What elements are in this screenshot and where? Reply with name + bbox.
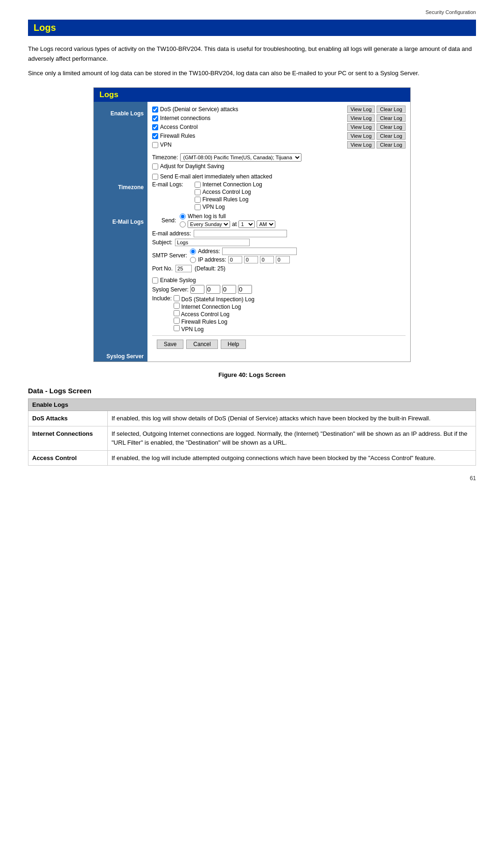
- data-section-title: Data - Logs Screen: [28, 387, 476, 395]
- firewall-clear-log-btn[interactable]: Clear Log: [377, 132, 406, 140]
- internet-view-log-btn[interactable]: View Log: [347, 114, 375, 122]
- field-access-control: Access Control: [28, 450, 108, 466]
- subject-input[interactable]: [175, 239, 250, 246]
- smtp-address-radio[interactable]: [190, 248, 196, 255]
- syslog-fw-cb[interactable]: [174, 318, 180, 324]
- intro-paragraph-2: Since only a limited amount of log data …: [28, 69, 476, 78]
- log-row-internet: Internet connections View Log Clear Log: [152, 114, 406, 122]
- page-number: 61: [28, 475, 476, 482]
- access-ctrl-log-cb[interactable]: [195, 189, 201, 195]
- syslog-dos-cb[interactable]: [174, 295, 180, 301]
- cancel-button[interactable]: Cancel: [186, 340, 217, 349]
- log-row-vpn: VPN View Log Clear Log: [152, 141, 406, 149]
- page-header: Security Configuration: [28, 9, 476, 15]
- internet-conn-log-cb[interactable]: [195, 182, 201, 188]
- send-when-full-radio[interactable]: [180, 213, 186, 220]
- screenshot-title: Logs: [94, 88, 410, 102]
- smtp-ip-2[interactable]: [244, 256, 258, 263]
- send-at-time-select[interactable]: 1: [238, 220, 255, 228]
- send-alert-checkbox[interactable]: [152, 174, 158, 180]
- intro-paragraph-1: The Logs record various types of activit…: [28, 44, 476, 64]
- sidebar-timezone: Timezone: [94, 179, 147, 192]
- dos-checkbox[interactable]: [152, 106, 158, 113]
- smtp-ip-3[interactable]: [260, 256, 274, 263]
- table-row: DoS Attacks If enabled, this log will sh…: [28, 411, 476, 426]
- syslog-vpn-cb[interactable]: [174, 325, 180, 331]
- smtp-address-input[interactable]: [222, 248, 297, 255]
- send-radio-group: When log is full Every Sunday at 1: [180, 213, 275, 228]
- desc-dos-attacks: If enabled, this log will show details o…: [108, 411, 476, 426]
- screenshot-main-content: DoS (Denial or Service) attacks View Log…: [147, 102, 410, 362]
- enable-logs-section: DoS (Denial or Service) attacks View Log…: [152, 106, 406, 149]
- email-sub-options: Internet Connection Log Access Control L…: [185, 181, 262, 211]
- send-every-radio[interactable]: [180, 221, 186, 227]
- vpn-view-log-btn[interactable]: View Log: [347, 141, 375, 149]
- screenshot-buttons: Save Cancel Help: [152, 335, 406, 353]
- field-internet-conn: Internet Connections: [28, 426, 108, 450]
- field-dos-attacks: DoS Attacks: [28, 411, 108, 426]
- vpn-clear-log-btn[interactable]: Clear Log: [377, 141, 406, 149]
- log-row-firewall: Firewall Rules View Log Clear Log: [152, 132, 406, 140]
- port-input[interactable]: [175, 265, 192, 272]
- help-button[interactable]: Help: [221, 340, 246, 349]
- timezone-section: Timezone: (GMT-08:00) Pacific Time(US, C…: [152, 153, 406, 170]
- sidebar-enable-logs: Enable Logs: [94, 102, 147, 119]
- syslog-section: Enable Syslog Syslog Server: Include: Do…: [152, 277, 406, 333]
- sidebar-syslog: Syslog Server: [94, 348, 147, 362]
- email-logs-section: Send E-mail alert immediately when attac…: [152, 173, 406, 272]
- smtp-ip-1[interactable]: [228, 256, 242, 263]
- access-view-log-btn[interactable]: View Log: [347, 123, 375, 131]
- smtp-ip-radio[interactable]: [190, 257, 196, 263]
- syslog-ip-3[interactable]: [222, 285, 236, 294]
- send-ampm-select[interactable]: AM: [257, 220, 275, 228]
- timezone-select[interactable]: (GMT-08:00) Pacific Time(US, Canada); Ti…: [180, 153, 301, 162]
- desc-access-control: If enabled, the log will include attempt…: [108, 450, 476, 466]
- data-logs-table: Enable Logs DoS Attacks If enabled, this…: [28, 398, 476, 466]
- section-title: Logs: [28, 20, 476, 36]
- vpn-checkbox[interactable]: [152, 142, 158, 148]
- email-address-input[interactable]: [194, 230, 287, 237]
- enable-syslog-checkbox[interactable]: [152, 277, 158, 284]
- daylight-saving-checkbox[interactable]: [152, 163, 158, 170]
- table-row: Internet Connections If selected, Outgoi…: [28, 426, 476, 450]
- desc-internet-conn: If selected, Outgoing Internet connectio…: [108, 426, 476, 450]
- internet-clear-log-btn[interactable]: Clear Log: [377, 114, 406, 122]
- dos-clear-log-btn[interactable]: Clear Log: [377, 106, 406, 113]
- table-header-enable-logs: Enable Logs: [28, 399, 476, 411]
- syslog-include-options: DoS (Stateful Inspection) Log Internet C…: [174, 295, 254, 333]
- dos-view-log-btn[interactable]: View Log: [347, 106, 375, 113]
- access-clear-log-btn[interactable]: Clear Log: [377, 123, 406, 131]
- syslog-ip-2[interactable]: [206, 285, 220, 294]
- screenshot-sidebar: Enable Logs Timezone E-Mail Logs Syslog …: [94, 102, 147, 362]
- smtp-ip-4[interactable]: [276, 256, 290, 263]
- syslog-access-cb[interactable]: [174, 310, 180, 316]
- firewall-view-log-btn[interactable]: View Log: [347, 132, 375, 140]
- send-every-select[interactable]: Every Sunday: [188, 220, 230, 228]
- vpn-log-cb[interactable]: [195, 204, 201, 210]
- log-row-access: Access Control View Log Clear Log: [152, 123, 406, 131]
- syslog-ip-4[interactable]: [238, 285, 252, 294]
- save-button[interactable]: Save: [157, 340, 183, 349]
- logs-screenshot: Logs Enable Logs Timezone E-Mail Logs Sy…: [93, 87, 411, 362]
- syslog-internet-cb[interactable]: [174, 303, 180, 309]
- access-checkbox[interactable]: [152, 124, 158, 130]
- figure-caption: Figure 40: Logs Screen: [28, 371, 476, 378]
- fw-rules-log-cb[interactable]: [195, 197, 201, 203]
- log-row-dos: DoS (Denial or Service) attacks View Log…: [152, 106, 406, 113]
- syslog-ip-1[interactable]: [190, 285, 204, 294]
- firewall-checkbox[interactable]: [152, 133, 158, 139]
- table-row: Access Control If enabled, the log will …: [28, 450, 476, 466]
- sidebar-email-logs: E-Mail Logs: [94, 214, 147, 227]
- internet-checkbox[interactable]: [152, 115, 158, 121]
